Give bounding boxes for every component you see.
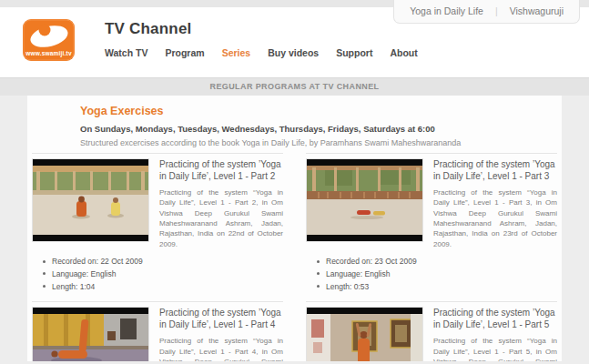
thumbnail-image-pavilion-wide: [307, 159, 422, 241]
thumbnail-image-standing-arms-raised: [307, 308, 422, 364]
video-thumbnail-part-3[interactable]: [306, 158, 423, 242]
nav-about[interactable]: About: [390, 47, 417, 58]
series-schedule: On Sundays, Mondays, Tuesdays, Wednesday…: [80, 124, 509, 134]
video-thumbnail-part-2[interactable]: [32, 158, 149, 242]
video-title[interactable]: Practicing of the system ’Yoga in Daily …: [159, 158, 283, 182]
video-title[interactable]: Practicing of the system ’Yoga in Daily …: [433, 158, 557, 182]
video-recorded-on: Recorded on: 22 Oct 2009: [43, 257, 283, 266]
video-grid: Practicing of the system ’Yoga in Daily …: [32, 153, 557, 364]
video-length: Length: 0:53: [317, 282, 557, 291]
series-title: Yoga Exercises: [80, 105, 509, 117]
video-title[interactable]: Practicing of the system ’Yoga in Daily …: [159, 307, 283, 330]
site-logo[interactable]: www.swamiji.tv: [23, 19, 75, 61]
thumbnail-image-pavilion-kneeling: [33, 159, 148, 241]
video-language: Language: English: [317, 269, 557, 278]
video-description: Practicing of the system “Yoga in Daily …: [433, 336, 557, 364]
video-card-part-4: Practicing of the system ’Yoga in Daily …: [32, 301, 283, 364]
link-vishwaguruji[interactable]: Vishwaguruji: [510, 5, 564, 16]
series-intro: Structured excercises according to the b…: [80, 138, 509, 147]
video-title[interactable]: Practicing of the system ’Yoga in Daily …: [433, 307, 557, 330]
nav-program[interactable]: Program: [165, 47, 204, 58]
video-thumbnail-part-5[interactable]: [306, 307, 423, 364]
series-card: Yoga Exercises On Sundays, Mondays, Tues…: [27, 96, 562, 364]
nav-watch-tv[interactable]: Watch TV: [105, 47, 147, 58]
link-yoga-in-daily-life[interactable]: Yoga in Daily Life: [410, 5, 483, 16]
video-description: Practicing of the system “Yoga in Daily …: [159, 187, 283, 249]
video-thumbnail-part-4[interactable]: [32, 307, 149, 364]
nav-support[interactable]: Support: [336, 47, 372, 58]
content-area: Yoga Exercises On Sundays, Mondays, Tues…: [0, 96, 589, 364]
video-meta-list: Recorded on: 22 Oct 2009 Language: Engli…: [32, 257, 283, 291]
thumbnail-image-legs-raised-pose: [33, 308, 148, 364]
video-length: Length: 1:04: [43, 282, 283, 291]
video-card-part-3: Practicing of the system ’Yoga in Daily …: [306, 153, 557, 301]
header-main: TV Channel Watch TV Program Series Buy v…: [105, 19, 418, 77]
video-description: Practicing of the system “Yoga in Daily …: [433, 187, 557, 249]
video-recorded-on: Recorded on: 23 Oct 2009: [317, 257, 557, 266]
video-card-part-2: Practicing of the system ’Yoga in Daily …: [32, 153, 283, 301]
regular-programs-band: REGULAR PROGRAMS AT TV CHANNEL: [0, 77, 589, 96]
video-description: Practicing of the system “Yoga in Daily …: [159, 336, 283, 364]
nav-series[interactable]: Series: [222, 47, 251, 58]
page-title: TV Channel: [105, 20, 418, 38]
quick-links-bar: Yoga in Daily Life | Vishwaguruji: [393, 0, 580, 24]
video-language: Language: English: [43, 269, 283, 278]
nav-buy-videos[interactable]: Buy videos: [268, 47, 319, 58]
logo-caption: www.swamiji.tv: [23, 50, 75, 56]
series-header: Yoga Exercises On Sundays, Mondays, Tues…: [27, 105, 562, 147]
quick-links-divider: |: [495, 5, 498, 16]
video-meta-list: Recorded on: 23 Oct 2009 Language: Engli…: [306, 257, 557, 291]
main-nav: Watch TV Program Series Buy videos Suppo…: [105, 47, 418, 58]
video-card-part-5: Practicing of the system ’Yoga in Daily …: [306, 301, 557, 364]
